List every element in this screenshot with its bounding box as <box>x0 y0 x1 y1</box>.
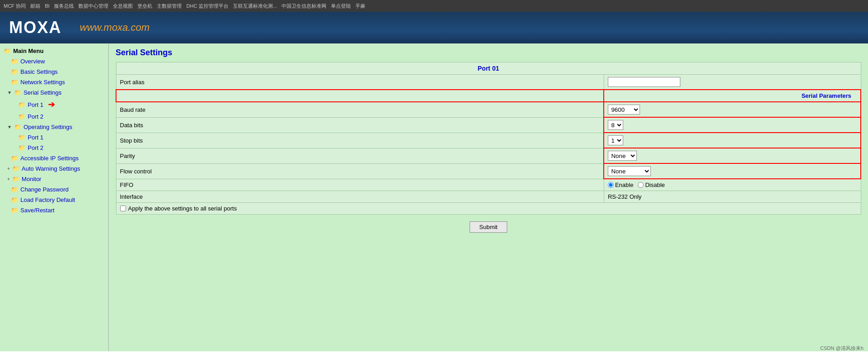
flow-control-select[interactable]: None RTS/CTS XON/XOFF DTR/DSR <box>608 166 651 176</box>
folder-icon: 📁 <box>11 186 18 193</box>
fifo-disable-radio[interactable] <box>638 182 644 188</box>
toolbar-item[interactable]: 手麻 <box>355 3 365 10</box>
sidebar-item-serial-settings[interactable]: ▼ 📁 Serial Settings <box>0 87 108 98</box>
folder-icon: 📁 <box>11 68 18 75</box>
serial-params-header-row: Serial Parameters <box>116 90 861 102</box>
sidebar-item-network-settings[interactable]: 📁 Network Settings <box>0 77 108 87</box>
baud-rate-row: Baud rate 9600 1200 2400 4800 19200 3840… <box>116 102 861 117</box>
parity-row: Parity None Even Odd Space Mark <box>116 148 861 163</box>
toolbar-item[interactable]: BI <box>45 3 49 9</box>
data-bits-label: Data bits <box>116 117 604 133</box>
port-header-cell: Port 01 <box>116 62 861 75</box>
toolbar-item[interactable]: 服务总线 <box>54 3 74 10</box>
toolbar-item[interactable]: 全息视图 <box>113 3 133 10</box>
stop-bits-value: 1 2 <box>604 133 861 148</box>
sidebar: 📁 Main Menu 📁 Overview 📁 Basic Settings … <box>0 43 109 351</box>
sidebar-item-operating-settings[interactable]: ▼ 📁 Operating Settings <box>0 122 108 132</box>
main-layout: 📁 Main Menu 📁 Overview 📁 Basic Settings … <box>0 43 868 351</box>
folder-icon: 📁 <box>18 144 25 151</box>
port-alias-input[interactable] <box>608 77 680 87</box>
sidebar-item-change-password[interactable]: 📁 Change Password <box>0 184 108 195</box>
apply-all-text: Apply the above settings to all serial p… <box>128 205 237 212</box>
stop-bits-row: Stop bits 1 2 <box>116 133 861 148</box>
fifo-enable-label[interactable]: Enable <box>608 182 633 188</box>
sidebar-item-serial-port2[interactable]: 📁 Port 2 <box>0 111 108 122</box>
folder-icon: 📁 <box>14 124 21 130</box>
data-bits-select[interactable]: 8 5 6 7 <box>608 120 623 130</box>
sidebar-item-load-factory-default[interactable]: 📁 Load Factory Default <box>0 195 108 205</box>
toolbar-item[interactable]: 邮箱 <box>30 3 40 10</box>
folder-icon: 📁 <box>11 79 18 86</box>
red-arrow: ➔ <box>48 100 55 110</box>
submit-button[interactable]: Submit <box>470 221 507 233</box>
expand-icon: + <box>7 177 10 182</box>
sidebar-item-auto-warning[interactable]: + 📁 Auto Warning Settings <box>0 163 108 174</box>
moxa-url: www.moxa.com <box>80 22 150 33</box>
folder-icon: 📁 <box>18 134 25 141</box>
fifo-label: FIFO <box>116 179 604 191</box>
fifo-enable-radio[interactable] <box>608 182 614 188</box>
flow-control-row: Flow control None RTS/CTS XON/XOFF DTR/D… <box>116 163 861 179</box>
moxa-logo: MOXA <box>9 18 62 37</box>
content-area: Serial Settings Port 01 Port alias Seria… <box>109 43 868 351</box>
stop-bits-label: Stop bits <box>116 133 604 148</box>
apply-all-row: Apply the above settings to all serial p… <box>116 203 861 215</box>
fifo-value: Enable Disable <box>604 179 861 191</box>
toolbar-item[interactable]: 互联互通标准化测... <box>233 3 277 10</box>
toolbar-item[interactable]: 主数据管理 <box>157 3 182 10</box>
toolbar-item[interactable]: 中国卫生信息标准网 <box>281 3 326 10</box>
folder-icon: 📁 <box>18 101 25 108</box>
folder-icon: 📁 <box>11 207 18 214</box>
parity-select[interactable]: None Even Odd Space Mark <box>608 151 637 161</box>
settings-table: Port 01 Port alias Serial Parameters Bau… <box>116 62 861 215</box>
data-bits-row: Data bits 8 5 6 7 <box>116 117 861 133</box>
baud-rate-value: 9600 1200 2400 4800 19200 38400 57600 11… <box>604 102 861 117</box>
sidebar-item-basic-settings[interactable]: 📁 Basic Settings <box>0 67 108 77</box>
baud-rate-label: Baud rate <box>116 102 604 117</box>
sidebar-item-overview[interactable]: 📁 Overview <box>0 56 108 67</box>
sidebar-item-save-restart[interactable]: 📁 Save/Restart <box>0 205 108 215</box>
sidebar-item-operating-port2[interactable]: 📁 Port 2 <box>0 143 108 153</box>
flow-control-label: Flow control <box>116 163 604 179</box>
interface-value: RS-232 Only <box>604 191 861 203</box>
serial-params-empty-cell <box>116 90 604 102</box>
apply-all-label[interactable]: Apply the above settings to all serial p… <box>120 205 857 212</box>
serial-params-header-cell: Serial Parameters <box>604 90 861 102</box>
expand-icon: ▼ <box>7 124 12 129</box>
port-alias-value <box>604 75 861 90</box>
parity-value: None Even Odd Space Mark <box>604 148 861 163</box>
fifo-row: FIFO Enable Disable <box>116 179 861 191</box>
stop-bits-select[interactable]: 1 2 <box>608 135 623 145</box>
folder-icon: 📁 <box>12 176 19 182</box>
toolbar-item[interactable]: MCF 协同 <box>4 3 26 10</box>
port-header-row: Port 01 <box>116 62 861 75</box>
sidebar-item-accessible-ip[interactable]: 📁 Accessible IP Settings <box>0 153 108 163</box>
sidebar-item-serial-port1[interactable]: 📁 Port 1 ➔ <box>0 98 108 111</box>
submit-row: Submit <box>116 215 861 239</box>
sidebar-main-menu[interactable]: 📁 Main Menu <box>0 46 108 56</box>
interface-row: Interface RS-232 Only <box>116 191 861 203</box>
toolbar-item[interactable]: 堡垒机 <box>137 3 152 10</box>
folder-icon: 📁 <box>14 89 21 96</box>
folder-icon: 📁 <box>12 165 19 172</box>
expand-icon: ▼ <box>7 90 12 95</box>
parity-label: Parity <box>116 148 604 163</box>
watermark: CSDN @清风徐来h <box>820 345 863 351</box>
toolbar-item[interactable]: DHC 监控管理平台 <box>186 3 228 10</box>
folder-icon: 📁 <box>4 48 11 54</box>
fifo-disable-label[interactable]: Disable <box>638 182 664 188</box>
folder-icon: 📁 <box>11 58 18 65</box>
apply-all-checkbox[interactable] <box>120 206 126 211</box>
baud-rate-select[interactable]: 9600 1200 2400 4800 19200 38400 57600 11… <box>608 105 640 115</box>
sidebar-item-monitor[interactable]: + 📁 Monitor <box>0 174 108 184</box>
expand-icon: + <box>7 166 10 171</box>
apply-all-cell: Apply the above settings to all serial p… <box>116 203 861 215</box>
port-alias-row: Port alias <box>116 75 861 90</box>
sidebar-item-operating-port1[interactable]: 📁 Port 1 <box>0 132 108 143</box>
fifo-disable-text: Disable <box>645 182 664 188</box>
interface-label: Interface <box>116 191 604 203</box>
toolbar-item[interactable]: 数据中心管理 <box>78 3 108 10</box>
fifo-enable-text: Enable <box>615 182 633 188</box>
folder-icon: 📁 <box>18 113 25 120</box>
toolbar-item[interactable]: 单点登陆 <box>331 3 351 10</box>
